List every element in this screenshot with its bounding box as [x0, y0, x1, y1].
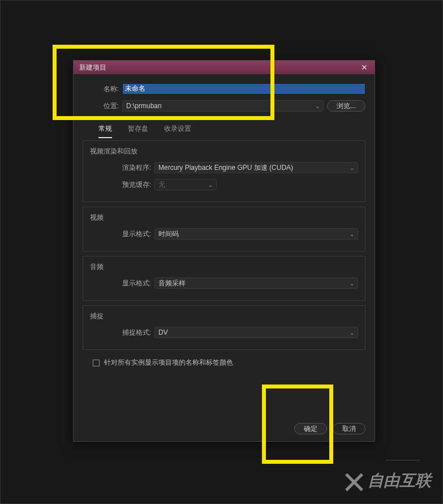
audio-panel: 音频 显示格式: 音频采样 ⌄ — [83, 256, 365, 301]
chevron-down-icon: ⌄ — [350, 231, 354, 237]
audio-format-value: 音频采样 — [158, 279, 186, 288]
audio-format-row: 显示格式: 音频采样 ⌄ — [90, 277, 358, 289]
location-value: D:\prmuban — [126, 102, 162, 110]
cancel-button[interactable]: 取消 — [333, 423, 365, 434]
dialog-footer: 确定 取消 — [83, 416, 365, 434]
capture-format-label: 捕捉格式: — [90, 328, 151, 338]
tab-general[interactable]: 常规 — [98, 124, 112, 138]
video-title: 视频 — [90, 213, 358, 223]
video-format-label: 显示格式: — [90, 229, 151, 239]
location-label: 位置: — [83, 101, 119, 111]
dialog-title: 新建项目 — [79, 63, 106, 72]
dialog-body: 名称: 未命名 位置: D:\prmuban ⌄ 浏览... 常规 暂存盘 收录… — [74, 74, 375, 441]
chevron-down-icon: ⌄ — [350, 280, 354, 287]
audio-format-label: 显示格式: — [90, 279, 151, 288]
chevron-down-icon: ⌄ — [315, 103, 320, 109]
rendering-title: 视频渲染和回放 — [90, 147, 358, 156]
capture-panel: 捕捉 捕捉格式: DV ⌄ — [83, 305, 365, 350]
renderer-row: 渲染程序: Mercury Playback Engine GPU 加速 (CU… — [90, 162, 358, 173]
location-select[interactable]: D:\prmuban ⌄ — [122, 100, 324, 112]
video-format-value: 时间码 — [158, 229, 179, 239]
audio-format-select[interactable]: 音频采样 ⌄ — [154, 277, 358, 289]
video-panel: 视频 显示格式: 时间码 ⌄ — [83, 207, 365, 251]
renderer-value: Mercury Playback Engine GPU 加速 (CUDA) — [158, 163, 293, 173]
instance-checkbox[interactable] — [93, 360, 100, 366]
capture-title: 捕捉 — [90, 311, 358, 321]
instance-checkbox-row: 针对所有实例显示项目项的名称和标签颜色 — [93, 358, 365, 368]
decorative-line — [386, 460, 420, 460]
renderer-label: 渲染程序: — [90, 163, 151, 173]
cache-select: 无 ⌄ — [154, 179, 217, 190]
chevron-down-icon: ⌄ — [208, 182, 213, 188]
rendering-panel: 视频渲染和回放 渲染程序: Mercury Playback Engine GP… — [83, 140, 365, 202]
capture-format-select[interactable]: DV ⌄ — [154, 327, 358, 338]
chevron-down-icon: ⌄ — [350, 330, 354, 336]
watermark: 自由互联 — [343, 469, 431, 492]
dialog-titlebar: 新建项目 ✕ — [74, 61, 375, 74]
cache-row: 预览缓存: 无 ⌄ — [90, 179, 358, 190]
name-label: 名称: — [83, 84, 119, 94]
location-row: 位置: D:\prmuban ⌄ 浏览... — [83, 100, 365, 112]
chevron-down-icon: ⌄ — [350, 165, 354, 171]
close-icon: ✕ — [361, 63, 368, 72]
tab-scratch[interactable]: 暂存盘 — [128, 124, 148, 138]
tab-ingest[interactable]: 收录设置 — [164, 124, 191, 138]
browse-button[interactable]: 浏览... — [327, 100, 365, 112]
video-format-select[interactable]: 时间码 ⌄ — [154, 228, 358, 240]
capture-format-row: 捕捉格式: DV ⌄ — [90, 327, 358, 338]
tabs: 常规 暂存盘 收录设置 — [98, 124, 365, 138]
instance-checkbox-label: 针对所有实例显示项目项的名称和标签颜色 — [104, 358, 233, 368]
cache-label: 预览缓存: — [90, 180, 151, 190]
renderer-select[interactable]: Mercury Playback Engine GPU 加速 (CUDA) ⌄ — [154, 162, 358, 173]
audio-title: 音频 — [90, 262, 358, 272]
watermark-text: 自由互联 — [368, 470, 431, 492]
watermark-x-icon — [343, 469, 365, 492]
video-format-row: 显示格式: 时间码 ⌄ — [90, 228, 358, 240]
capture-format-value: DV — [158, 328, 168, 336]
new-project-dialog: 新建项目 ✕ 名称: 未命名 位置: D:\prmuban ⌄ 浏览... 常规… — [73, 60, 375, 442]
name-row: 名称: 未命名 — [83, 83, 365, 95]
ok-button[interactable]: 确定 — [294, 423, 327, 434]
name-input[interactable]: 未命名 — [122, 83, 365, 95]
close-button[interactable]: ✕ — [360, 63, 369, 72]
cache-value: 无 — [158, 180, 165, 190]
